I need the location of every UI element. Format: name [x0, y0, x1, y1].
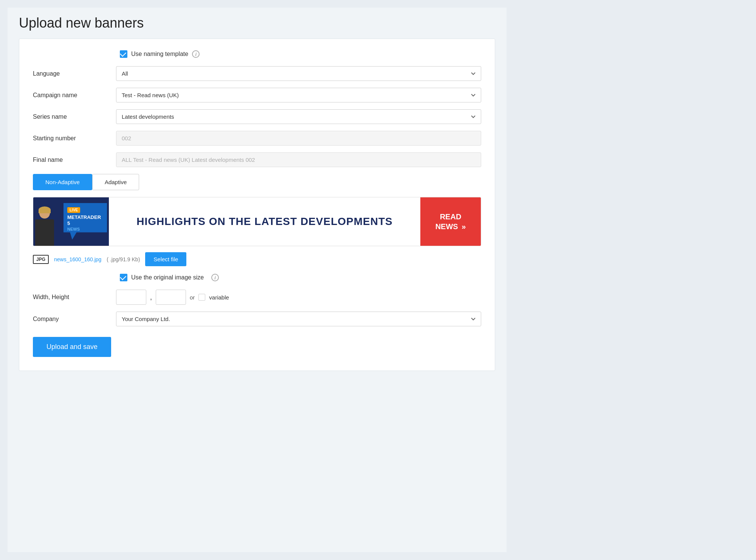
- dimensions-inputs: , or variable: [116, 290, 481, 305]
- company-select[interactable]: Your Company Ltd.: [116, 312, 481, 326]
- starting-number-control: [116, 131, 481, 146]
- campaign-label: Campaign name: [33, 92, 116, 99]
- page-title: Upload new banners: [19, 15, 495, 31]
- file-info-row: JPG news_1600_160.jpg ( .jpg/91.9 Kb) Se…: [33, 252, 481, 266]
- read-news-button: READ NEWS »: [435, 212, 466, 231]
- final-name-row: Final name: [33, 152, 481, 167]
- banner-preview: LIVE METATRADER 5 NEWS HIGHLIGHTS ON THE…: [33, 197, 481, 246]
- series-control: Latest developments: [116, 109, 481, 124]
- width-input[interactable]: [116, 290, 146, 305]
- dimensions-or: or: [190, 294, 195, 301]
- person-head: [39, 208, 50, 219]
- file-meta: ( .jpg/91.9 Kb): [107, 256, 140, 262]
- series-select[interactable]: Latest developments: [116, 109, 481, 124]
- final-name-label: Final name: [33, 157, 116, 163]
- original-size-label: Use the original image size: [131, 274, 204, 281]
- page-container: Upload new banners Use naming template i…: [8, 8, 507, 552]
- file-type-badge: JPG: [33, 255, 49, 264]
- upload-save-button[interactable]: Upload and save: [33, 337, 111, 357]
- banner-center-section: HIGHLIGHTS ON THE LATEST DEVELOPMENTS: [109, 197, 420, 246]
- series-label: Series name: [33, 113, 116, 120]
- series-row: Series name Latest developments: [33, 109, 481, 124]
- tab-row: Non-Adaptive Adaptive: [33, 174, 481, 190]
- final-name-control: [116, 152, 481, 167]
- banner-left-section: LIVE METATRADER 5 NEWS: [33, 197, 109, 246]
- person-hair: [39, 206, 51, 213]
- naming-template-checkbox[interactable]: [120, 50, 127, 58]
- main-card: Use naming template i Language All Campa…: [19, 39, 495, 371]
- campaign-row: Campaign name Test - Read news (UK): [33, 88, 481, 102]
- live-badge: LIVE: [67, 207, 80, 213]
- banner-inner: LIVE METATRADER 5 NEWS HIGHLIGHTS ON THE…: [33, 197, 481, 246]
- dimensions-row: Width, Height , or variable: [33, 290, 481, 305]
- tab-non-adaptive[interactable]: Non-Adaptive: [33, 174, 92, 190]
- banner-headline: HIGHLIGHTS ON THE LATEST DEVELOPMENTS: [136, 216, 392, 228]
- naming-template-info-icon[interactable]: i: [192, 50, 200, 58]
- read-news-chevron: »: [462, 222, 466, 231]
- select-file-button[interactable]: Select file: [145, 252, 186, 266]
- language-control: All: [116, 66, 481, 81]
- original-size-info-icon[interactable]: i: [211, 274, 219, 281]
- company-label: Company: [33, 316, 116, 323]
- original-size-row: Use the original image size i: [33, 274, 481, 281]
- news-text: NEWS: [67, 227, 80, 231]
- language-row: Language All: [33, 66, 481, 81]
- campaign-control: Test - Read news (UK): [116, 88, 481, 102]
- starting-number-label: Starting number: [33, 135, 116, 142]
- tab-adaptive[interactable]: Adaptive: [92, 174, 139, 190]
- mt5-text: METATRADER 5 NEWS: [67, 214, 103, 232]
- person-figure: [35, 208, 54, 246]
- banner-logo-area: LIVE METATRADER 5 NEWS: [64, 203, 107, 240]
- dimensions-separator: ,: [150, 293, 152, 301]
- campaign-select[interactable]: Test - Read news (UK): [116, 88, 481, 102]
- final-name-input: [116, 152, 481, 167]
- variable-label: variable: [209, 294, 229, 301]
- language-label: Language: [33, 70, 116, 77]
- company-control: Your Company Ltd.: [116, 312, 481, 326]
- naming-template-row: Use naming template i: [33, 50, 481, 58]
- naming-template-label: Use naming template: [131, 51, 188, 57]
- language-select[interactable]: All: [116, 66, 481, 81]
- starting-number-row: Starting number: [33, 131, 481, 146]
- height-input[interactable]: [156, 290, 186, 305]
- dimensions-label: Width, Height: [33, 294, 116, 301]
- person-body: [35, 219, 54, 246]
- starting-number-input[interactable]: [116, 131, 481, 146]
- file-name: news_1600_160.jpg: [54, 256, 101, 262]
- company-row: Company Your Company Ltd.: [33, 312, 481, 326]
- variable-checkbox[interactable]: [198, 294, 205, 301]
- banner-right-section: READ NEWS »: [420, 197, 481, 246]
- original-size-checkbox[interactable]: [120, 274, 127, 281]
- naming-template-checkbox-wrapper[interactable]: Use naming template: [120, 50, 188, 58]
